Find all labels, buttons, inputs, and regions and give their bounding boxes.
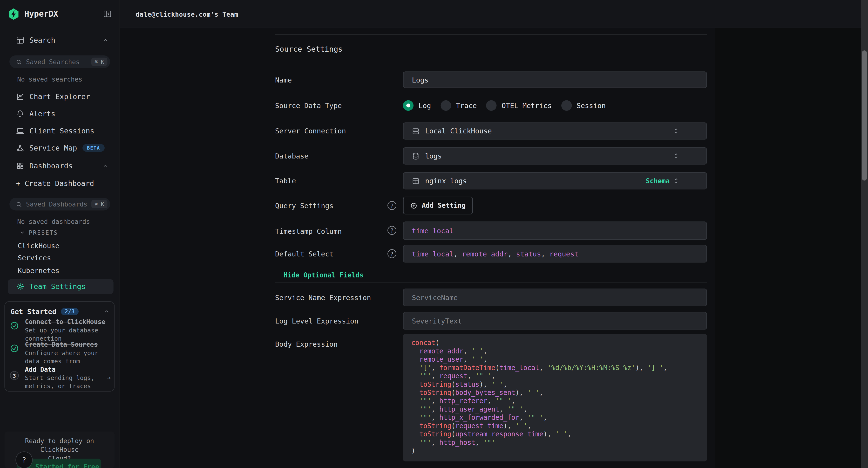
code-line: '[', formatDateTime(time_local, '%d/%b/%… — [411, 364, 699, 372]
code-line: '"', http_referer, '" ', — [411, 397, 699, 405]
code-line: toString(status), ' ', — [411, 380, 699, 389]
logo-row: HyperDX — [7, 7, 113, 21]
search-icon — [16, 201, 22, 207]
sidebar-item-chart-explorer[interactable]: Chart Explorer — [7, 88, 113, 105]
sidebar-item-client-sessions[interactable]: Client Sessions — [7, 122, 113, 139]
preset-item-kubernetes[interactable]: Kubernetes — [18, 266, 112, 274]
right-gutter — [715, 28, 868, 468]
server-connection-value: Local ClickHouse — [425, 127, 492, 135]
get-started-title: Get Started — [10, 308, 56, 316]
get-started-step-sources[interactable]: Create Data Sources Configure where your… — [10, 341, 111, 364]
check-circle-icon — [10, 321, 19, 330]
sidebar-item-dashboards[interactable]: Dashboards — [7, 157, 113, 174]
sidebar-item-label: Client Sessions — [29, 127, 94, 135]
step-title: Add Data — [25, 366, 105, 374]
add-setting-button[interactable]: Add Setting — [403, 197, 472, 214]
default-select-input[interactable]: time_local, remote_addr, status, request — [403, 245, 707, 262]
dashboards-icon — [16, 162, 24, 170]
scrollbar[interactable] — [861, 0, 868, 468]
service-map-icon — [16, 144, 24, 152]
timestamp-column-label: Timestamp Column — [275, 227, 342, 235]
saved-dashboards-input[interactable]: Saved Dashboards ⌘ K — [9, 198, 110, 211]
sidebar: HyperDX Search Saved Searches — [0, 0, 120, 468]
app-window: HyperDX Search Saved Searches — [0, 0, 868, 468]
add-setting-label: Add Setting — [422, 202, 466, 209]
code-line: time_local — [412, 227, 454, 235]
sidebar-item-label: Chart Explorer — [29, 92, 90, 100]
top-header: dale@clickhouse.com's Team — [120, 0, 868, 28]
radio-label: OTEL Metrics — [502, 101, 552, 109]
get-started-step-connect[interactable]: Connect to ClickHouse Set up your databa… — [10, 318, 111, 342]
help-button[interactable]: ? — [16, 451, 33, 468]
code-line: remote_addr, ' ', — [411, 347, 699, 356]
create-dashboard-button[interactable]: + Create Dashboard — [7, 175, 113, 192]
preset-item-clickhouse[interactable]: ClickHouse — [18, 241, 112, 250]
code-line: toString(upstream_response_time), ' ', — [411, 430, 699, 439]
table-select[interactable]: nginx_logs Schema — [403, 172, 707, 189]
step-subtitle: data comes from — [25, 358, 111, 364]
sidebar-item-service-map[interactable]: Service Map BETA — [7, 140, 113, 156]
name-input[interactable] — [403, 71, 707, 88]
sidebar-item-label: Service Map — [29, 144, 77, 152]
step-subtitle: Set up your database — [25, 327, 111, 333]
step-title: Create Data Sources — [25, 341, 111, 348]
cloud-promo-line1: Ready to deploy on ClickHouse — [4, 436, 115, 454]
sidebar-item-label: Search — [29, 36, 56, 44]
sidebar-item-alerts[interactable]: Alerts — [7, 105, 113, 122]
query-settings-label: Query Settings — [275, 202, 334, 210]
hide-optional-fields-link[interactable]: Hide Optional Fields — [283, 271, 364, 279]
arrow-right-icon: → — [107, 374, 111, 382]
select-updown-icon — [673, 160, 698, 201]
laptop-icon — [16, 127, 24, 135]
timestamp-column-input[interactable]: time_local — [403, 222, 707, 240]
get-started-header[interactable]: Get Started 2/3 — [10, 308, 110, 316]
team-settings-label: Team Settings — [29, 283, 86, 291]
presets-section-header[interactable]: PRESETS — [19, 229, 58, 236]
radio-label: Log — [418, 101, 431, 109]
radio-trace[interactable]: Trace — [440, 100, 477, 111]
search-section-icon — [16, 36, 24, 44]
app-name: HyperDX — [24, 9, 58, 18]
service-name-expression-input[interactable] — [403, 289, 707, 306]
chevron-down-icon — [19, 230, 25, 235]
radio-session[interactable]: Session — [561, 100, 606, 111]
code-line: ) — [411, 447, 699, 455]
database-select[interactable]: logs — [403, 147, 707, 165]
plus-circle-icon — [410, 202, 417, 209]
query-settings-help-icon[interactable]: ? — [388, 201, 396, 210]
radio-otel-metrics[interactable]: OTEL Metrics — [486, 100, 552, 111]
step-subtitle: metrics, or traces — [25, 383, 105, 389]
radio-log[interactable]: Log — [403, 100, 431, 111]
preset-item-services[interactable]: Services — [18, 254, 112, 262]
sidebar-item-team-settings[interactable]: Team Settings — [8, 279, 114, 294]
table-icon — [412, 160, 420, 201]
saved-searches-input[interactable]: Saved Searches ⌘ K — [9, 56, 110, 68]
sidebar-item-search[interactable]: Search — [7, 32, 113, 48]
scrollbar-thumb[interactable] — [862, 51, 867, 181]
get-started-step-add-data[interactable]: 3 Add Data Start sending logs, metrics, … — [10, 366, 111, 389]
get-started-panel: Get Started 2/3 Connect to ClickHouse Se… — [4, 301, 115, 391]
chevron-up-icon[interactable] — [103, 309, 110, 315]
sidebar-item-label: Alerts — [29, 109, 56, 117]
sidebar-collapse-icon[interactable] — [103, 9, 112, 18]
radio-circle — [486, 100, 497, 111]
schema-button[interactable]: Schema — [646, 177, 670, 185]
cmd-k-shortcut: ⌘ K — [91, 200, 107, 208]
code-line: toString(request_time), ' ', — [411, 422, 699, 430]
server-connection-select[interactable]: Local ClickHouse — [403, 122, 707, 140]
default-select-label: Default Select — [275, 250, 334, 258]
team-name: dale@clickhouse.com's Team — [136, 10, 238, 18]
create-dashboard-label: + Create Dashboard — [16, 179, 94, 187]
chevron-up-icon[interactable] — [102, 163, 108, 169]
radio-circle — [440, 100, 451, 111]
no-saved-searches-text: No saved searches — [17, 75, 82, 83]
default-select-help-icon[interactable]: ? — [388, 249, 396, 258]
body-expression-editor[interactable]: concat( remote_addr, ' ', remote_user, '… — [403, 334, 707, 461]
section-top-rule — [275, 34, 707, 35]
log-level-expression-input[interactable] — [403, 312, 707, 329]
code-line: concat( — [411, 339, 699, 347]
beta-badge: BETA — [83, 144, 104, 152]
timestamp-help-icon[interactable]: ? — [388, 226, 396, 235]
bell-icon — [16, 109, 24, 117]
chevron-up-icon[interactable] — [102, 37, 108, 43]
